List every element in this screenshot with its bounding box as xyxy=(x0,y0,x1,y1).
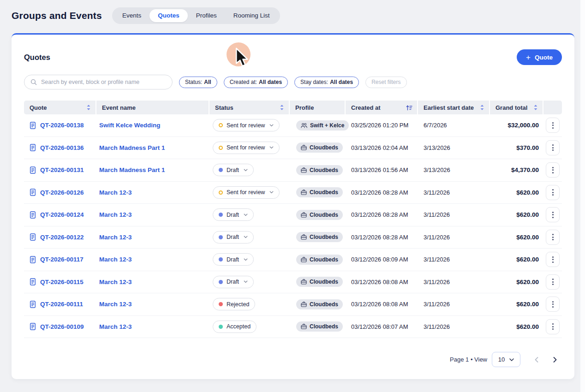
top-bar: Groups and Events EventsQuotesProfilesRo… xyxy=(0,0,585,24)
column-header-status[interactable]: Status xyxy=(209,101,290,114)
status-pill[interactable]: Sent for review xyxy=(213,142,280,154)
quote-id-link[interactable]: QT-2026-00117 xyxy=(24,256,96,263)
status-pill[interactable]: Draft xyxy=(213,253,254,266)
status-pill[interactable]: Draft xyxy=(213,164,254,176)
column-header-created-at[interactable]: Created at xyxy=(346,101,418,114)
created-at-value: 03/12/2026 08:28 AM xyxy=(346,234,418,241)
status-dot-icon xyxy=(219,123,223,127)
profile-name: Cloudbeds xyxy=(310,234,338,240)
created-at-value: 03/12/2026 08:07 AM xyxy=(346,323,418,330)
profile-name: Cloudbeds xyxy=(310,301,338,308)
row-menu-button[interactable] xyxy=(546,297,560,312)
event-name-link[interactable]: March 12-3 xyxy=(96,189,209,196)
quote-id-link[interactable]: QT-2026-00111 xyxy=(24,301,96,308)
column-header-event-name: Event name xyxy=(96,101,209,114)
next-page-button[interactable] xyxy=(548,353,562,367)
status-pill[interactable]: Draft xyxy=(213,231,254,244)
quote-id-link[interactable]: QT-2026-00131 xyxy=(24,166,96,174)
quote-id-link[interactable]: QT-2026-00126 xyxy=(24,189,96,196)
created-at-value: 03/12/2026 08:08 AM xyxy=(346,279,418,285)
row-menu-button[interactable] xyxy=(546,319,560,334)
tab-quotes[interactable]: Quotes xyxy=(149,9,188,22)
status-pill[interactable]: Sent for review xyxy=(213,119,280,131)
scrollbar-track[interactable] xyxy=(580,0,585,392)
quote-id-link[interactable]: QT-2026-00109 xyxy=(24,323,96,330)
row-menu-button[interactable] xyxy=(546,230,560,245)
status-label: Draft xyxy=(227,256,239,263)
row-menu-button[interactable] xyxy=(546,207,560,222)
event-name-link[interactable]: March 12-3 xyxy=(96,301,209,308)
column-header-grand-total[interactable]: Grand total xyxy=(490,101,543,114)
document-icon xyxy=(30,189,36,196)
status-cell: Draft xyxy=(209,208,290,221)
quote-row: QT-2026-00122March 12-3DraftCloudbeds03/… xyxy=(24,226,562,249)
event-name-link[interactable]: March 12-3 xyxy=(96,211,209,218)
status-cell: Draft xyxy=(209,231,290,244)
filter-chip-staydates[interactable]: Stay dates: All dates xyxy=(294,77,359,88)
filter-chip-value: All dates xyxy=(259,79,282,85)
column-header-quote[interactable]: Quote xyxy=(24,101,96,114)
status-dot-icon xyxy=(219,190,223,195)
row-menu-button[interactable] xyxy=(546,252,560,267)
event-name-link[interactable]: March Madness Part 1 xyxy=(96,166,209,173)
earliest-start-date-value: 3/11/2026 xyxy=(418,256,490,263)
reset-filters-button[interactable]: Reset filters xyxy=(365,77,406,88)
tab-profiles[interactable]: Profiles xyxy=(188,9,225,22)
status-cell: Draft xyxy=(209,253,290,266)
event-name-link[interactable]: March 12-3 xyxy=(96,234,209,241)
row-menu-button[interactable] xyxy=(546,140,560,155)
search-box xyxy=(24,75,173,89)
prev-page-button[interactable] xyxy=(530,353,543,367)
filter-chip-value: All xyxy=(204,79,211,85)
event-name-link[interactable]: March 12-3 xyxy=(96,279,209,285)
row-menu-button[interactable] xyxy=(546,162,560,178)
quote-row: QT-2026-00117March 12-3DraftCloudbeds03/… xyxy=(24,249,562,271)
grand-total-value: $620.00 xyxy=(490,279,543,285)
quote-id-link[interactable]: QT-2026-00115 xyxy=(24,278,96,285)
quote-id: QT-2026-00124 xyxy=(40,211,84,218)
profile-cell: Cloudbeds xyxy=(290,210,346,220)
status-pill[interactable]: Sent for review xyxy=(213,186,280,199)
document-icon xyxy=(30,211,36,219)
row-menu-button[interactable] xyxy=(546,274,560,290)
grand-total-value: $32,000.00 xyxy=(490,122,543,129)
briefcase-icon xyxy=(301,257,307,262)
column-header-earliest-start-date[interactable]: Earliest start date xyxy=(418,101,490,114)
event-name-link[interactable]: March 12-3 xyxy=(96,256,209,263)
tab-events[interactable]: Events xyxy=(114,9,149,22)
earliest-start-date-value: 3/11/2026 xyxy=(418,279,490,285)
chevron-down-icon xyxy=(244,169,248,172)
page-size-select[interactable]: 10 xyxy=(492,352,520,367)
event-name-link[interactable]: March 12-3 xyxy=(96,323,209,330)
filter-chip-value: All dates xyxy=(330,79,353,85)
quote-id: QT-2026-00126 xyxy=(40,189,84,196)
event-name-link[interactable]: Swift Kelce Wedding xyxy=(96,122,209,129)
quote-id-link[interactable]: QT-2026-00136 xyxy=(24,144,96,151)
filter-chip-status[interactable]: Status: All xyxy=(179,77,217,88)
status-dot-icon xyxy=(219,146,223,150)
profile-name: Cloudbeds xyxy=(310,256,338,263)
quote-row: QT-2026-00124March 12-3DraftCloudbeds03/… xyxy=(24,204,562,226)
status-cell: Accepted xyxy=(209,321,290,333)
pagination: Page 1 • View 10 xyxy=(24,352,562,367)
status-label: Rejected xyxy=(227,301,249,308)
tab-rooming-list[interactable]: Rooming List xyxy=(225,9,278,22)
status-dot-icon xyxy=(219,235,223,239)
quote-id-link[interactable]: QT-2026-00124 xyxy=(24,211,96,219)
status-pill[interactable]: Draft xyxy=(213,276,254,288)
add-quote-button[interactable]: + Quote xyxy=(517,49,562,65)
profile-badge: Cloudbeds xyxy=(296,255,343,265)
quote-row: QT-2026-00131March Madness Part 1DraftCl… xyxy=(24,159,562,182)
page-title: Groups and Events xyxy=(12,10,102,21)
search-input[interactable] xyxy=(41,79,166,85)
row-menu-button[interactable] xyxy=(546,185,560,200)
quote-id-link[interactable]: QT-2026-00122 xyxy=(24,233,96,241)
event-name-link[interactable]: March Madness Part 1 xyxy=(96,144,209,151)
quote-row: QT-2026-00111March 12-3RejectedCloudbeds… xyxy=(24,293,562,316)
row-menu-button[interactable] xyxy=(546,118,560,133)
briefcase-icon xyxy=(301,212,307,218)
grand-total-value: $620.00 xyxy=(490,256,543,263)
quote-id-link[interactable]: QT-2026-00138 xyxy=(24,122,96,129)
status-pill[interactable]: Draft xyxy=(213,208,254,221)
filter-chip-createdat[interactable]: Created at: All dates xyxy=(224,77,288,88)
